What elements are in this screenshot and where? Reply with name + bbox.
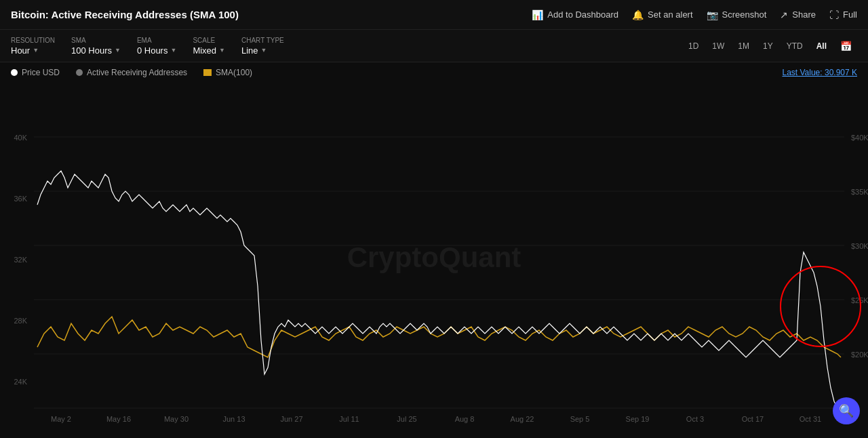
set-alert-label: Set an alert: [648, 9, 693, 20]
svg-text:36K: 36K: [14, 195, 27, 203]
time-btn-ytd[interactable]: YTD: [781, 39, 808, 54]
time-btn-1y[interactable]: 1Y: [757, 39, 778, 54]
toolbar: Resolution Hour ▼ SMA 100 Hours ▼ EMA 0 …: [0, 30, 868, 62]
legend: Price USD Active Receiving Addresses SMA…: [0, 62, 868, 83]
time-btn-all[interactable]: All: [811, 39, 832, 54]
sma-line: [37, 317, 841, 357]
chart-type-group: Chart Type Line ▼: [241, 37, 284, 56]
chart-type-chevron: ▼: [261, 47, 267, 54]
price-usd-label: Price USD: [22, 68, 60, 77]
add-to-dashboard-btn[interactable]: 📊 Add to Dashboard: [532, 9, 618, 20]
scale-dropdown[interactable]: Mixed ▼: [193, 45, 225, 56]
screenshot-btn[interactable]: 📷 Screenshot: [707, 9, 767, 20]
ema-value: 0 Hours: [137, 45, 168, 56]
sma-chevron: ▼: [115, 47, 121, 54]
svg-text:$30K: $30K: [851, 242, 868, 250]
time-selector: 1D 1W 1M 1Y YTD All 📅: [683, 38, 857, 54]
svg-text:Aug 8: Aug 8: [455, 415, 475, 423]
resolution-label: Resolution: [11, 37, 55, 44]
set-alert-btn[interactable]: 🔔 Set an alert: [632, 9, 693, 20]
svg-text:Jul 25: Jul 25: [397, 415, 416, 423]
scale-value: Mixed: [193, 45, 216, 56]
svg-text:Sep 19: Sep 19: [626, 415, 650, 423]
page-title: Bitcoin: Active Receiving Addresses (SMA…: [11, 9, 239, 20]
svg-text:Aug 22: Aug 22: [511, 415, 534, 423]
alert-icon: 🔔: [632, 9, 644, 20]
last-value[interactable]: Last Value: 30.907 K: [782, 68, 857, 77]
svg-text:Jul 11: Jul 11: [339, 415, 359, 423]
scale-label: Scale: [193, 37, 225, 44]
sma-label: SMA(100): [216, 68, 252, 77]
zoom-button[interactable]: 🔍: [833, 397, 860, 424]
screenshot-label: Screenshot: [722, 9, 767, 20]
svg-text:Jun 27: Jun 27: [280, 415, 302, 423]
svg-text:Jun 13: Jun 13: [222, 415, 245, 423]
ema-label: EMA: [137, 37, 176, 44]
scale-group: Scale Mixed ▼: [193, 37, 225, 56]
svg-text:May 2: May 2: [51, 415, 71, 423]
legend-items: Price USD Active Receiving Addresses SMA…: [11, 68, 252, 77]
share-icon: ↗: [780, 9, 788, 20]
time-btn-1d[interactable]: 1D: [683, 39, 704, 54]
sma-value: 100 Hours: [71, 45, 112, 56]
share-label: Share: [792, 9, 816, 20]
chart-type-dropdown[interactable]: Line ▼: [241, 45, 284, 56]
header-actions: 📊 Add to Dashboard 🔔 Set an alert 📷 Scre…: [532, 9, 857, 20]
chart-svg: 40K 36K 32K 28K 24K $40K $35K $30K $25K …: [0, 83, 868, 433]
screenshot-icon: 📷: [707, 9, 718, 20]
resolution-value: Hour: [11, 45, 30, 56]
fullscreen-icon: ⛶: [829, 9, 839, 20]
time-btn-1m[interactable]: 1M: [732, 39, 755, 54]
chart-type-value: Line: [241, 45, 258, 56]
svg-text:28K: 28K: [14, 317, 27, 325]
price-line: [37, 171, 841, 415]
scale-chevron: ▼: [219, 47, 225, 54]
active-addresses-label: Active Receiving Addresses: [87, 68, 187, 77]
sma-group: SMA 100 Hours ▼: [71, 37, 121, 56]
svg-text:$35K: $35K: [851, 188, 868, 196]
svg-text:40K: 40K: [14, 134, 27, 142]
svg-text:Oct 3: Oct 3: [686, 415, 704, 423]
ema-chevron: ▼: [170, 47, 176, 54]
svg-text:May 16: May 16: [106, 415, 131, 423]
calendar-btn[interactable]: 📅: [835, 38, 857, 54]
active-addresses-dot: [76, 69, 83, 76]
fullscreen-label: Full: [843, 9, 857, 20]
add-to-dashboard-label: Add to Dashboard: [547, 9, 618, 20]
resolution-group: Resolution Hour ▼: [11, 37, 55, 56]
svg-text:24K: 24K: [14, 378, 27, 386]
sma-square: [203, 69, 212, 76]
legend-sma: SMA(100): [203, 68, 252, 77]
dashboard-icon: 📊: [532, 9, 543, 20]
chart-type-label: Chart Type: [241, 37, 284, 44]
time-btn-1w[interactable]: 1W: [707, 39, 730, 54]
sma-label: SMA: [71, 37, 121, 44]
ema-group: EMA 0 Hours ▼: [137, 37, 176, 56]
ema-dropdown[interactable]: 0 Hours ▼: [137, 45, 176, 56]
share-btn[interactable]: ↗ Share: [780, 9, 816, 20]
svg-text:Oct 17: Oct 17: [742, 415, 764, 423]
header: Bitcoin: Active Receiving Addresses (SMA…: [0, 0, 868, 30]
svg-text:$20K: $20K: [851, 351, 868, 359]
chart-container: CryptoQuant 40K 36K 32K 28K 24K $40K $35…: [0, 83, 868, 433]
price-usd-dot: [11, 69, 18, 76]
sma-dropdown[interactable]: 100 Hours ▼: [71, 45, 121, 56]
resolution-dropdown[interactable]: Hour ▼: [11, 45, 55, 56]
legend-active-addresses: Active Receiving Addresses: [76, 68, 187, 77]
svg-text:$25K: $25K: [851, 296, 868, 304]
resolution-chevron: ▼: [33, 47, 39, 54]
toolbar-left: Resolution Hour ▼ SMA 100 Hours ▼ EMA 0 …: [11, 37, 284, 56]
svg-text:Oct 31: Oct 31: [800, 415, 821, 423]
svg-text:Sep 5: Sep 5: [570, 415, 590, 423]
svg-text:May 30: May 30: [164, 415, 189, 423]
svg-text:$40K: $40K: [851, 134, 868, 142]
svg-text:32K: 32K: [14, 256, 27, 264]
legend-price-usd: Price USD: [11, 68, 60, 77]
fullscreen-btn[interactable]: ⛶ Full: [829, 9, 857, 20]
